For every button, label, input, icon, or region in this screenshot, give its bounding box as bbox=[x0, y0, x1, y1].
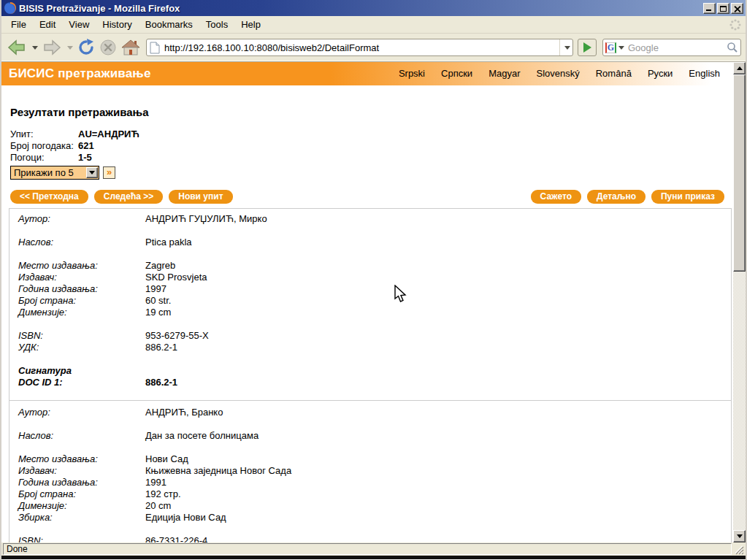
menu-view[interactable]: View bbox=[62, 17, 96, 32]
previous-page-button[interactable]: << Претходна bbox=[10, 190, 88, 204]
lang-link-english[interactable]: English bbox=[689, 68, 720, 79]
full-view-button[interactable]: Пуни приказ bbox=[651, 190, 724, 204]
url-history-dropdown[interactable] bbox=[559, 39, 572, 55]
search-input[interactable]: Google bbox=[624, 42, 727, 53]
home-icon bbox=[121, 39, 140, 56]
scroll-up-button[interactable] bbox=[733, 62, 746, 74]
app-title: БИСИС претраживање bbox=[1, 66, 151, 81]
record-field-value: 953-6279-55-X bbox=[145, 330, 209, 342]
record-field-label: DOC ID 1: bbox=[18, 377, 145, 388]
home-button[interactable] bbox=[120, 37, 142, 58]
reload-button[interactable] bbox=[76, 37, 96, 58]
close-button[interactable] bbox=[731, 3, 743, 14]
back-button[interactable] bbox=[6, 37, 28, 58]
window-title: BISIS Pretraživanje - Mozilla Firefox bbox=[19, 3, 703, 14]
record-field-row: УДК:886.2-1 bbox=[9, 342, 731, 353]
app-header: БИСИС претраживање Srpski Српски Magyar … bbox=[1, 62, 733, 85]
status-bar: Done bbox=[1, 542, 746, 556]
detailed-view-button[interactable]: Детаљно bbox=[587, 190, 646, 204]
record-field-label: Година издавања: bbox=[18, 477, 145, 488]
apply-page-size-button[interactable]: » bbox=[103, 166, 115, 179]
page-size-row: Прикажи по 5 » bbox=[10, 166, 733, 180]
lang-link-romana[interactable]: Română bbox=[596, 68, 632, 79]
record-field-row: Сигнатура bbox=[9, 365, 731, 377]
back-dropdown[interactable] bbox=[29, 37, 39, 58]
hit-range-value: 1-5 bbox=[78, 152, 92, 164]
query-row: Упит: AU=АНДРИЋ bbox=[10, 129, 733, 140]
menu-tools[interactable]: Tools bbox=[199, 17, 234, 32]
menu-history[interactable]: History bbox=[96, 17, 138, 32]
record-field-row: Место издавања:Zagreb bbox=[9, 260, 731, 272]
hit-range-label: Погоци: bbox=[10, 152, 78, 164]
vertical-scrollbar[interactable] bbox=[733, 62, 746, 542]
stop-button[interactable] bbox=[98, 37, 118, 58]
search-icon[interactable] bbox=[727, 42, 738, 53]
url-input[interactable]: http://192.168.100.10:8080/bisisweb2/Det… bbox=[164, 42, 559, 53]
record-field-row: Број страна:192 стр. bbox=[9, 488, 731, 500]
menu-file[interactable]: File bbox=[4, 17, 33, 32]
record-field-value: 19 cm bbox=[145, 307, 171, 318]
record-field-row: DOC ID 1:886.2-1 bbox=[9, 377, 731, 388]
maximize-button[interactable] bbox=[717, 3, 729, 14]
record-field-row: Аутор:АНДРИЋ, Бранко bbox=[9, 407, 731, 418]
search-bar[interactable]: G Google bbox=[602, 39, 741, 56]
record-field-row: Аутор:АНДРИЋ ГУЏУЛИЋ, Мирко bbox=[9, 213, 731, 225]
url-bar[interactable]: http://192.168.100.10:8080/bisisweb2/Det… bbox=[146, 39, 573, 56]
minimize-icon bbox=[706, 9, 711, 11]
minimize-button[interactable] bbox=[703, 3, 716, 14]
lang-link-srpski-latin[interactable]: Srpski bbox=[399, 68, 425, 79]
record-field-group: Аутор:АНДРИЋ ГУЏУЛИЋ, Мирко bbox=[9, 213, 731, 225]
record-field-row: Број страна:60 str. bbox=[9, 295, 731, 307]
scroll-down-button[interactable] bbox=[733, 530, 746, 542]
status-text: Done bbox=[3, 543, 732, 555]
record-field-row: Наслов:Ptica pakla bbox=[9, 237, 731, 248]
google-logo-icon: G bbox=[605, 42, 616, 53]
forward-dropdown[interactable] bbox=[64, 37, 74, 58]
scrollbar-thumb[interactable] bbox=[733, 74, 746, 272]
chevron-up-icon bbox=[737, 66, 743, 70]
record: Аутор:АНДРИЋ ГУЏУЛИЋ, МиркоНаслов:Ptica … bbox=[9, 213, 731, 388]
record-field-value: 1997 bbox=[145, 283, 166, 295]
page-size-select[interactable]: Прикажи по 5 bbox=[10, 166, 99, 180]
brief-view-button[interactable]: Сажето bbox=[531, 190, 581, 204]
select-dropdown-button[interactable] bbox=[86, 167, 98, 178]
lang-link-magyar[interactable]: Magyar bbox=[489, 68, 520, 79]
lang-link-srpski-cyrillic[interactable]: Српски bbox=[441, 68, 472, 79]
maximize-icon bbox=[720, 6, 727, 12]
record-field-label: Место издавања: bbox=[18, 453, 145, 465]
menu-help[interactable]: Help bbox=[234, 17, 267, 32]
page-title: Резултати претраживања bbox=[10, 106, 733, 118]
record-field-label: Аутор: bbox=[18, 407, 145, 418]
search-engine-dropdown[interactable] bbox=[618, 46, 624, 50]
record-field-group: Аутор:АНДРИЋ, Бранко bbox=[9, 407, 731, 418]
record-field-value: 192 стр. bbox=[145, 488, 181, 500]
record-field-value: 20 cm bbox=[145, 500, 171, 512]
record-field-group: ISBN:86-7331-226-4 bbox=[9, 535, 731, 542]
menu-edit[interactable]: Edit bbox=[33, 17, 62, 32]
record-field-label: Збирка: bbox=[18, 512, 145, 523]
record-field-label: Број страна: bbox=[18, 295, 145, 307]
record-field-value: 886.2-1 bbox=[145, 342, 177, 353]
record-field-row: Збирка:Едиција Нови Сад bbox=[9, 512, 731, 523]
resize-grip[interactable] bbox=[733, 544, 744, 555]
record-field-value: 1991 bbox=[145, 477, 166, 488]
record-field-row: Димензије:19 cm bbox=[9, 307, 731, 318]
chevron-down-icon bbox=[67, 46, 73, 50]
next-page-button[interactable]: Следећа >> bbox=[94, 190, 163, 204]
record-field-value: Zagreb bbox=[145, 260, 175, 272]
hit-range-row: Погоци: 1-5 bbox=[10, 152, 733, 164]
forward-button[interactable] bbox=[41, 37, 63, 58]
lang-link-slovensky[interactable]: Slovenský bbox=[536, 68, 579, 79]
menu-bookmarks[interactable]: Bookmarks bbox=[139, 17, 199, 32]
record-field-value: Ptica pakla bbox=[145, 237, 192, 248]
action-button-row: << Претходна Следећа >> Нови упит Сажето… bbox=[10, 190, 724, 204]
go-button[interactable] bbox=[578, 39, 597, 56]
query-label: Упит: bbox=[10, 129, 78, 140]
record-field-value: Едиција Нови Сад bbox=[145, 512, 226, 523]
lang-link-ruski[interactable]: Руски bbox=[648, 68, 673, 79]
new-query-button[interactable]: Нови упит bbox=[169, 190, 232, 204]
chevron-down-icon bbox=[89, 171, 95, 174]
record-field-value: Дан за посете болницама bbox=[145, 430, 258, 442]
record-field-row: ISBN:86-7331-226-4 bbox=[9, 535, 731, 542]
record-field-label: Место издавања: bbox=[18, 260, 145, 272]
